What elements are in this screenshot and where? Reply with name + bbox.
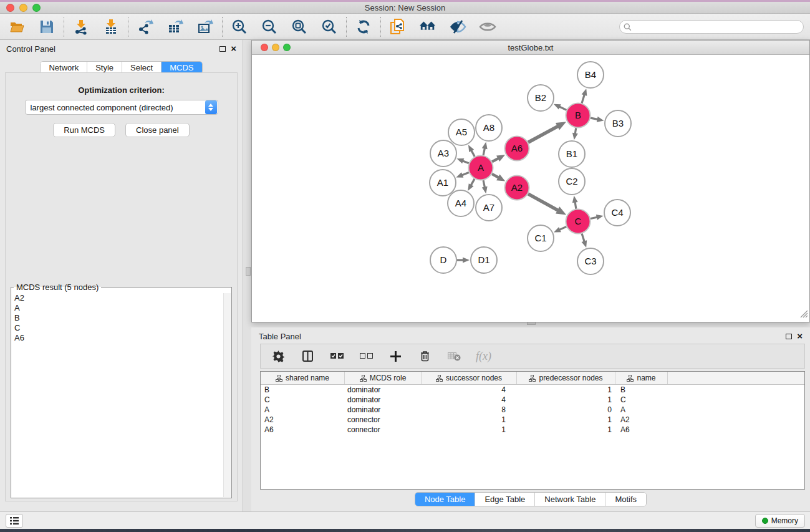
edge-A6-B[interactable] [528,126,559,142]
table-row[interactable]: Cdominator41C [261,395,804,405]
node-C3[interactable]: C3 [577,248,604,274]
zoom-fit-icon[interactable] [291,18,308,36]
import-network-icon[interactable] [72,18,90,36]
result-item[interactable]: A2 [12,293,223,303]
vertical-split-handle[interactable] [246,267,251,276]
result-item[interactable]: C [12,323,223,333]
table-cell[interactable]: A [615,405,668,415]
column-header-mcds-role[interactable]: MCDS role [345,372,422,384]
edge-B-B4[interactable] [582,94,585,104]
node-B4[interactable]: B4 [577,62,604,88]
close-panel-icon[interactable]: × [231,46,236,52]
table-cell[interactable]: dominator [345,385,422,395]
table-cell[interactable]: A [261,405,345,415]
memory-button[interactable]: Memory [755,514,805,528]
window-resize-grip[interactable] [800,309,808,321]
node-C4[interactable]: C4 [604,200,630,226]
table-row[interactable]: Adominator80A [261,405,804,415]
table-settings-gear-icon[interactable] [271,349,286,364]
export-network-icon[interactable] [137,18,154,36]
save-session-icon[interactable] [38,18,55,36]
tab-network-table[interactable]: Network Table [535,493,605,506]
tab-node-table[interactable]: Node Table [415,493,476,506]
tab-edge-table[interactable]: Edge Table [475,493,535,506]
table-cell[interactable]: A2 [261,415,345,425]
table-cell[interactable]: 1 [422,425,517,435]
float-panel-icon[interactable] [219,46,226,52]
table-cell[interactable]: 8 [422,405,517,415]
table-cell[interactable]: 4 [422,395,517,405]
function-builder-icon[interactable]: f(x) [476,350,491,363]
deselect-all-icon[interactable] [359,349,374,364]
float-panel-icon[interactable] [786,334,792,339]
run-mcds-button[interactable]: Run MCDS [53,123,115,137]
import-table-icon[interactable] [102,18,120,36]
delete-column-icon[interactable] [417,349,432,364]
hide-graphics-details-icon[interactable] [449,18,466,36]
table-cell[interactable]: dominator [345,405,422,415]
table-row[interactable]: A2connector11A2 [261,415,804,425]
export-table-icon[interactable] [166,18,184,36]
new-network-file-icon[interactable] [389,18,407,36]
node-A2[interactable]: A2 [505,176,529,200]
zoom-out-icon[interactable] [261,18,278,36]
table-cell[interactable]: B [615,385,668,395]
table-cell[interactable]: B [261,385,345,395]
column-header-successor-nodes[interactable]: successor nodes [422,372,517,384]
open-session-icon[interactable] [8,18,26,36]
node-A1[interactable]: A1 [430,170,456,196]
close-panel-button[interactable]: Close panel [125,123,190,137]
node-A5[interactable]: A5 [448,119,475,145]
node-B2[interactable]: B2 [528,85,554,111]
result-item[interactable]: A [12,303,223,313]
node-A[interactable]: A [469,156,493,180]
export-image-icon[interactable] [196,18,214,36]
search-input[interactable] [619,20,804,34]
result-item[interactable]: B [12,313,223,323]
network-canvas[interactable]: B4B2BB3A5A8A6A3B1AC2A1A2A4A7C4CC1DD1C3 [252,55,809,322]
edge-B-B2[interactable] [559,107,566,110]
node-A3[interactable]: A3 [430,140,456,167]
table-cell[interactable]: A2 [615,415,668,425]
node-A4[interactable]: A4 [448,190,474,216]
node-B[interactable]: B [566,104,591,128]
table-row[interactable]: A6connector11A6 [261,425,804,435]
tab-motifs[interactable]: Motifs [605,493,646,506]
zoom-in-icon[interactable] [231,18,248,36]
table-cell[interactable]: 0 [517,405,615,415]
node-A8[interactable]: A8 [476,115,502,141]
node-C2[interactable]: C2 [559,168,585,195]
table-cell[interactable]: C [261,395,345,405]
node-A7[interactable]: A7 [476,195,502,221]
criterion-select[interactable]: largest connected component (directed) [25,100,218,115]
table-cell[interactable]: connector [345,425,422,435]
table-cell[interactable]: A6 [615,425,668,435]
column-header-name[interactable]: name [615,372,668,384]
table-cell[interactable]: 1 [517,415,615,425]
result-item[interactable]: A6 [12,333,223,343]
table-cell[interactable]: connector [345,415,422,425]
table-cell[interactable]: 1 [422,415,517,425]
table-cell[interactable]: C [615,395,668,405]
node-D1[interactable]: D1 [471,247,497,273]
node-B1[interactable]: B1 [559,141,585,167]
table-cell[interactable]: 1 [517,425,615,435]
table-cell[interactable]: A6 [261,425,345,435]
table-cell[interactable]: dominator [345,395,422,405]
table-cell[interactable]: 1 [517,395,615,405]
node-C[interactable]: C [566,210,591,234]
refresh-icon[interactable] [355,18,372,36]
close-panel-icon[interactable]: × [797,333,803,339]
show-graphics-details-icon[interactable] [479,18,496,36]
table-cell[interactable]: 1 [517,385,615,395]
edge-C-C3[interactable] [582,234,584,243]
column-header-shared-name[interactable]: shared name [261,372,345,384]
node-A6[interactable]: A6 [505,137,529,161]
column-header-predecessor-nodes[interactable]: predecessor nodes [517,372,615,384]
select-all-icon[interactable] [329,349,344,364]
add-column-icon[interactable] [388,349,403,364]
table-row[interactable]: Bdominator41B [261,385,804,395]
result-scrollbar[interactable] [223,293,231,497]
task-history-button[interactable] [6,514,23,528]
table-cell[interactable]: 4 [422,385,517,395]
